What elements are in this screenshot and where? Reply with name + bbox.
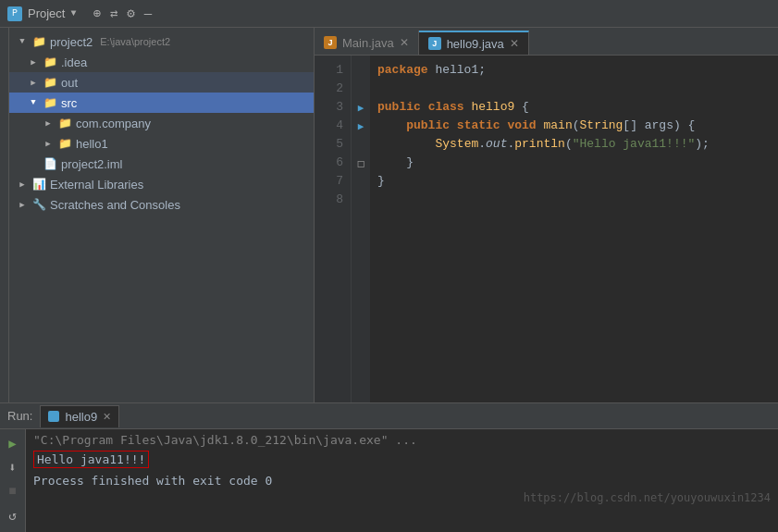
- add-icon[interactable]: ⊕: [93, 6, 100, 21]
- folder-icon-hello1: 📁: [57, 136, 72, 151]
- tree-arrow-scratches: ▶: [17, 200, 28, 210]
- tree-label-project2-iml: project2.iml: [61, 157, 122, 171]
- tree-label-com-company: com.company: [76, 117, 151, 130]
- scratch-icon: 🔧: [31, 197, 46, 212]
- tab-icon-main-java: J: [324, 36, 337, 49]
- project-dropdown-arrow[interactable]: ▼: [70, 8, 76, 19]
- sync-icon[interactable]: ⇄: [110, 6, 117, 21]
- tree-label-src: src: [61, 96, 77, 110]
- minimize-panel-icon[interactable]: —: [144, 6, 152, 21]
- bottom-panel: Run: hello9 ✕ ▶ ⬇ ■ ↺ "C:\Program Files\…: [0, 402, 778, 532]
- run-rerun-button[interactable]: ↺: [3, 505, 23, 526]
- run-play-button[interactable]: ▶: [3, 433, 23, 453]
- tree-label-project2: project2: [50, 35, 93, 49]
- tree-label-out: out: [61, 76, 78, 90]
- tree-label-scratches: Scratches and Consoles: [50, 198, 180, 212]
- settings-icon[interactable]: ⚙: [127, 6, 134, 21]
- tree-arrow-out: ▶: [28, 78, 39, 88]
- tree-item-out[interactable]: ▶ 📁 out: [9, 72, 314, 93]
- run-exit-msg: Process finished with exit code 0: [33, 474, 771, 488]
- line-num-8: 8: [315, 191, 343, 209]
- gutter-8: [352, 191, 370, 209]
- run-body: ▶ ⬇ ■ ↺ "C:\Program Files\Java\jdk1.8.0_…: [0, 429, 778, 532]
- line-num-4: 4: [315, 117, 343, 135]
- tree-arrow-com-company: ▶: [43, 118, 54, 129]
- line-num-2: 2: [315, 80, 343, 98]
- project-sidebar: ▼ 📁 project2 E:\java\project2 ▶ 📁 .idea …: [9, 28, 315, 402]
- tree-label-idea: .idea: [61, 56, 87, 69]
- line-num-6: 6: [315, 154, 343, 172]
- library-icon: 📊: [31, 177, 46, 192]
- tab-bar: J Main.java ✕ J hello9.java ✕: [315, 28, 778, 56]
- line-num-5: 5: [315, 135, 343, 154]
- tree-arrow-idea: ▶: [28, 57, 39, 68]
- tree-item-idea[interactable]: ▶ 📁 .idea: [9, 52, 314, 72]
- code-editor[interactable]: 1 2 3 4 5 6 7 8 ▶ ▶ ◻ package hello1; pu…: [315, 56, 778, 402]
- line-num-7: 7: [315, 172, 343, 191]
- run-cmd-line: "C:\Program Files\Java\jdk1.8.0_212\bin\…: [33, 433, 771, 447]
- gutter-1: [352, 61, 370, 80]
- gutter-6: ◻: [352, 154, 370, 172]
- tree-item-com-company[interactable]: ▶ 📁 com.company: [9, 113, 314, 133]
- main-area: ▼ 📁 project2 E:\java\project2 ▶ 📁 .idea …: [0, 28, 778, 402]
- run-result-text: Hello java11!!!: [33, 451, 149, 468]
- tree-item-hello1[interactable]: ▶ 📁 hello1: [9, 133, 314, 154]
- tree-label-ext-libs: External Libraries: [50, 178, 143, 192]
- run-url-text: https://blog.csdn.net/youyouwuxin1234: [524, 491, 771, 504]
- project-title: Project: [28, 6, 65, 20]
- code-gutter: ▶ ▶ ◻: [352, 56, 370, 402]
- tree-item-project2[interactable]: ▼ 📁 project2 E:\java\project2: [9, 31, 314, 52]
- title-bar: P Project ▼ ⊕ ⇄ ⚙ —: [0, 0, 778, 28]
- tree-item-ext-libs[interactable]: ▶ 📊 External Libraries: [9, 174, 314, 194]
- tree-path-project2: E:\java\project2: [100, 36, 170, 47]
- tree-label-hello1: hello1: [76, 137, 108, 151]
- gutter-7: [352, 172, 370, 191]
- run-output[interactable]: "C:\Program Files\Java\jdk1.8.0_212\bin\…: [26, 429, 778, 532]
- gutter-4[interactable]: ▶: [352, 117, 370, 135]
- project-icon: P: [7, 6, 22, 21]
- tab-icon-hello9-java: J: [428, 37, 441, 50]
- tab-close-hello9-java[interactable]: ✕: [510, 37, 519, 50]
- tree-item-scratches[interactable]: ▶ 🔧 Scratches and Consoles: [9, 194, 314, 215]
- run-down-button[interactable]: ⬇: [3, 457, 23, 477]
- gutter-3[interactable]: ▶: [352, 98, 370, 117]
- line-numbers: 1 2 3 4 5 6 7 8: [315, 56, 352, 402]
- tab-hello9-java[interactable]: J hello9.java ✕: [419, 31, 529, 55]
- folder-icon-com-company: 📁: [57, 116, 72, 130]
- left-side-icons: [0, 28, 9, 402]
- tree-arrow-hello1: ▶: [43, 139, 54, 149]
- project-tree: ▼ 📁 project2 E:\java\project2 ▶ 📁 .idea …: [9, 28, 314, 402]
- tab-main-java[interactable]: J Main.java ✕: [315, 31, 419, 55]
- run-tab-bar: Run: hello9 ✕: [0, 403, 778, 429]
- title-bar-icons: ⊕ ⇄ ⚙ —: [93, 6, 152, 21]
- tab-label-hello9-java: hello9.java: [447, 37, 504, 51]
- tree-arrow-src: ▼: [28, 98, 39, 107]
- run-stop-button[interactable]: ■: [3, 481, 23, 501]
- gutter-2: [352, 80, 370, 98]
- run-toolbar: ▶ ⬇ ■ ↺: [0, 429, 26, 532]
- tree-item-project2-iml[interactable]: ▶ 📄 project2.iml: [9, 154, 314, 174]
- run-tab-close[interactable]: ✕: [103, 411, 111, 423]
- gutter-5: [352, 135, 370, 154]
- code-content[interactable]: package hello1; public class hello9 { pu…: [370, 56, 778, 402]
- line-num-3: 3: [315, 98, 343, 117]
- run-tab-icon: [48, 411, 59, 422]
- run-label: Run:: [7, 409, 32, 423]
- tree-arrow-project2: ▼: [17, 37, 28, 46]
- tab-close-main-java[interactable]: ✕: [400, 36, 409, 49]
- run-tab-hello9[interactable]: hello9 ✕: [40, 405, 119, 427]
- folder-icon-src: 📁: [43, 95, 57, 110]
- tab-label-main-java: Main.java: [342, 36, 394, 50]
- title-bar-left: P Project ▼ ⊕ ⇄ ⚙ —: [7, 6, 152, 21]
- tree-arrow-ext-libs: ▶: [17, 179, 28, 190]
- line-num-1: 1: [315, 61, 343, 80]
- iml-icon: 📄: [43, 156, 57, 171]
- tree-item-src[interactable]: ▼ 📁 src: [9, 93, 314, 113]
- folder-icon-out: 📁: [43, 75, 57, 90]
- folder-icon-idea: 📁: [43, 55, 57, 69]
- project-folder-icon: 📁: [31, 34, 46, 49]
- editor-area: J Main.java ✕ J hello9.java ✕ 1 2 3 4 5 …: [315, 28, 778, 402]
- run-tab-label: hello9: [65, 410, 97, 424]
